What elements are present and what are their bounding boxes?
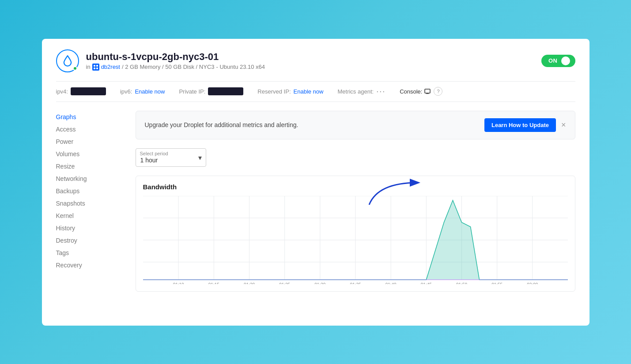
svg-text:02:00: 02:00 — [527, 282, 538, 284]
period-select-input[interactable]: 1 hour 6 hours 24 hours 7 days 30 days — [136, 148, 206, 167]
status-dot — [73, 66, 77, 71]
metrics-dots-button[interactable]: ··· — [376, 87, 385, 96]
svg-text:01:20: 01:20 — [243, 282, 254, 284]
header-left: ubuntu-s-1vcpu-2gb-nyc3-01 in db2rest / … — [56, 49, 265, 72]
svg-rect-3 — [96, 68, 98, 69]
ipv4-label: ipv4: — [56, 88, 68, 95]
select-wrapper: Select period 1 hour 6 hours 24 hours 7 … — [136, 148, 206, 167]
sidebar-item-volumes[interactable]: Volumes — [56, 148, 125, 160]
droplet-avatar — [56, 49, 79, 72]
reserved-ip-item: Reserved IP: Enable now — [257, 88, 323, 95]
reserved-ip-enable-link[interactable]: Enable now — [294, 88, 324, 95]
sidebar-item-kernel[interactable]: Kernel — [56, 210, 125, 222]
sidebar-item-destroy[interactable]: Destroy — [56, 234, 125, 247]
sidebar-item-backups[interactable]: Backups — [56, 185, 125, 197]
sidebar-item-recovery[interactable]: Recovery — [56, 259, 125, 271]
droplet-info: ubuntu-s-1vcpu-2gb-nyc3-01 in db2rest / … — [86, 51, 265, 71]
ipv4-value — [71, 87, 106, 95]
main-card: ubuntu-s-1vcpu-2gb-nyc3-01 in db2rest / … — [42, 39, 589, 326]
chart-title: Bandwidth — [143, 183, 568, 191]
private-ip-label: Private IP: — [179, 88, 205, 95]
svg-text:01:45: 01:45 — [420, 282, 431, 284]
specs: / 2 GB Memory / 50 GB Disk / NYC3 — [122, 64, 215, 70]
sidebar: GraphsAccessPowerVolumesResizeNetworking… — [56, 111, 136, 292]
svg-text:01:30: 01:30 — [314, 282, 325, 284]
console-item: Console: ? — [400, 87, 442, 96]
droplet-subtitle: in db2rest / 2 GB Memory / 50 GB Disk / … — [86, 64, 265, 71]
close-banner-button[interactable]: × — [561, 121, 566, 129]
sidebar-item-graphs[interactable]: Graphs — [56, 111, 125, 123]
private-ip-value — [208, 87, 243, 95]
help-button[interactable]: ? — [434, 87, 442, 96]
sidebar-item-power[interactable]: Power — [56, 135, 125, 148]
svg-text:01:15: 01:15 — [208, 282, 219, 284]
chart-area: 6 Mb/s 4 Mb/s 2 Mb/s 0 b/s 01:10 01:15 0… — [143, 196, 568, 284]
sidebar-item-tags[interactable]: Tags — [56, 247, 125, 259]
os: - Ubuntu 23.10 x64 — [216, 64, 265, 70]
console-button[interactable]: Console: — [400, 88, 431, 95]
header: ubuntu-s-1vcpu-2gb-nyc3-01 in db2rest / … — [56, 49, 575, 72]
ipv6-item: ipv6: Enable now — [120, 88, 165, 95]
upgrade-actions: Learn How to Update × — [484, 118, 566, 132]
svg-text:01:10: 01:10 — [173, 282, 184, 284]
subtitle-prefix: in — [86, 64, 91, 70]
console-label: Console: — [400, 88, 422, 95]
svg-text:01:40: 01:40 — [385, 282, 396, 284]
private-ip-item: Private IP: — [179, 87, 243, 95]
learn-update-button[interactable]: Learn How to Update — [484, 118, 556, 132]
toggle-label: ON — [548, 57, 558, 64]
svg-rect-4 — [425, 89, 430, 93]
svg-rect-0 — [94, 65, 95, 67]
metrics-item: Metrics agent: ··· — [337, 87, 385, 96]
main-content: Upgrade your Droplet for additional metr… — [136, 111, 575, 292]
info-bar: ipv4: ipv6: Enable now Private IP: Reser… — [56, 81, 575, 102]
ipv6-label: ipv6: — [120, 88, 132, 95]
svg-text:01:25: 01:25 — [279, 282, 290, 284]
help-label: ? — [437, 89, 439, 94]
project-link[interactable]: db2rest — [101, 64, 120, 70]
sidebar-item-snapshots[interactable]: Snapshots — [56, 197, 125, 210]
svg-text:01:50: 01:50 — [456, 282, 467, 284]
console-icon — [424, 88, 431, 95]
project-icon — [92, 64, 99, 71]
sidebar-item-networking[interactable]: Networking — [56, 173, 125, 185]
upgrade-text: Upgrade your Droplet for additional metr… — [145, 121, 298, 128]
ipv6-enable-link[interactable]: Enable now — [135, 88, 165, 95]
droplet-title: ubuntu-s-1vcpu-2gb-nyc3-01 — [86, 51, 265, 63]
sidebar-item-access[interactable]: Access — [56, 123, 125, 135]
toggle-circle — [561, 56, 570, 65]
power-toggle[interactable]: ON — [541, 55, 575, 67]
sidebar-item-history[interactable]: History — [56, 222, 125, 234]
bandwidth-chart-container: Bandwidth — [136, 176, 575, 292]
metrics-label: Metrics agent: — [337, 88, 374, 95]
upgrade-banner: Upgrade your Droplet for additional metr… — [136, 111, 575, 139]
period-selector: Select period 1 hour 6 hours 24 hours 7 … — [136, 148, 575, 167]
ipv4-item: ipv4: — [56, 87, 106, 95]
svg-rect-1 — [96, 65, 98, 67]
sidebar-item-resize[interactable]: Resize — [56, 160, 125, 173]
svg-rect-2 — [94, 68, 95, 69]
content-area: GraphsAccessPowerVolumesResizeNetworking… — [56, 111, 575, 292]
svg-text:01:35: 01:35 — [350, 282, 361, 284]
bandwidth-chart-svg: 6 Mb/s 4 Mb/s 2 Mb/s 0 b/s 01:10 01:15 0… — [143, 196, 568, 284]
reserved-ip-label: Reserved IP: — [257, 88, 291, 95]
svg-text:01:55: 01:55 — [491, 282, 503, 284]
